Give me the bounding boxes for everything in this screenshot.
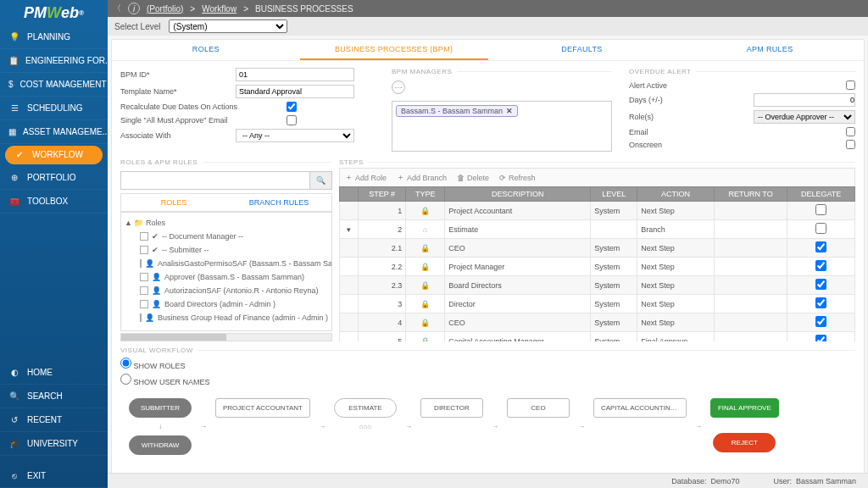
nav-toolbox[interactable]: 🧰TOOLBOX (0, 190, 108, 214)
roles-tree[interactable]: ▲ 📁 Roles ✔ -- Document Manager -- ✔ -- … (120, 212, 332, 331)
table-row[interactable]: 2.1🔒CEOSystemNext Step (340, 239, 855, 258)
table-row[interactable]: 2.3🔒Board DirectorsSystemNext Step (340, 276, 855, 295)
role-item[interactable]: 👤 Board Directors (admin - Admin ) (125, 297, 328, 311)
level-label: Select Level (114, 22, 160, 31)
breadcrumb-workflow[interactable]: Workflow (202, 4, 236, 14)
level-select[interactable]: (System) (169, 19, 287, 33)
subtab-branch-rules[interactable]: BRANCH RULES (226, 194, 331, 211)
nav-university[interactable]: 🎓UNIVERSITY (0, 432, 108, 456)
delegate-checkbox[interactable] (815, 260, 826, 271)
chip-remove-icon[interactable]: ✕ (506, 107, 513, 115)
overdue-active-checkbox[interactable] (846, 80, 855, 90)
tree-scrollbar[interactable] (120, 333, 332, 341)
branch-icon: ⌂⌂⌂ (359, 423, 372, 430)
breadcrumb-sep2: > (243, 4, 248, 14)
refresh-button[interactable]: ⟳ Refresh (499, 174, 536, 182)
overdue-onscreen-label: Onscreen (629, 141, 841, 149)
add-role-button[interactable]: ＋ Add Role (345, 172, 387, 183)
assoc-label: Associate With (120, 131, 231, 140)
show-users-radio[interactable]: SHOW USER NAMES (120, 374, 855, 386)
nav-search[interactable]: 🔍SEARCH (0, 385, 108, 408)
delegate-checkbox[interactable] (815, 335, 826, 341)
recalc-checkbox[interactable] (287, 102, 297, 112)
managers-box[interactable]: Bassam.S - Bassam Samman✕ (392, 101, 612, 152)
overdue-email-checkbox[interactable] (846, 127, 855, 136)
bpm-id-input[interactable] (236, 68, 354, 81)
manager-chip: Bassam.S - Bassam Samman✕ (396, 105, 518, 117)
role-item[interactable]: 👤 Approver (Bassam.S - Bassam Samman) (125, 270, 328, 284)
single-label: Single "All Must Approve" Email (120, 116, 281, 125)
flow-reject[interactable]: REJECT (713, 433, 776, 452)
delegate-checkbox[interactable] (815, 223, 826, 234)
workflow-diagram: SUBMITTER ↓ WITHDRAW → PROJECT ACCOUNTAN… (120, 395, 855, 479)
breadcrumb-current: BUSINESS PROCESSES (255, 4, 353, 14)
table-row[interactable]: ▾2⌂EstimateBranch (340, 220, 855, 239)
delegate-checkbox[interactable] (815, 241, 826, 252)
delete-button[interactable]: 🗑 Delete (457, 174, 489, 182)
tab-business-processes-bpm-[interactable]: BUSINESS PROCESSES (BPM) (300, 40, 488, 60)
breadcrumb-bar: 〈 i (Portfolio) > Workflow > BUSINESS PR… (108, 0, 868, 17)
delegate-checkbox[interactable] (815, 279, 826, 290)
table-row[interactable]: 3🔒DirectorSystemNext Step (340, 295, 855, 313)
table-row[interactable]: 1🔒Project AccountantSystemNext Step (340, 202, 855, 220)
back-icon[interactable]: 〈 (113, 3, 121, 14)
overdue-title: OVERDUE ALERT (629, 68, 855, 75)
managers-more-icon[interactable]: ⋯ (392, 80, 405, 94)
table-row[interactable]: 2.2🔒Project ManagerSystemNext Step (340, 258, 855, 276)
overdue-roles-label: Role(s) (629, 113, 748, 121)
delegate-checkbox[interactable] (815, 297, 826, 308)
table-row[interactable]: 5🔒Capital Accounting ManagerSystemFinal … (340, 332, 855, 342)
roles-search-input[interactable] (121, 172, 309, 189)
breadcrumb-sep: > (190, 4, 195, 14)
nav-portfolio[interactable]: ⊕PORTFOLIO (0, 166, 108, 190)
template-input[interactable] (236, 85, 354, 98)
nav-planning[interactable]: 💡PLANNING (0, 25, 108, 49)
nav-asset-manageme-[interactable]: ▦ASSET MANAGEME... (0, 120, 108, 144)
flow-final[interactable]: FINAL APPROVE (710, 398, 779, 418)
flow-director[interactable]: DIRECTOR (420, 398, 483, 418)
recalc-label: Recalculate Due Dates On Actions (120, 103, 281, 111)
role-item[interactable]: ✔ -- Submitter -- (125, 243, 328, 257)
delegate-checkbox[interactable] (815, 316, 826, 327)
flow-ceo[interactable]: CEO (507, 398, 570, 418)
overdue-days-label: Days (+/-) (629, 96, 748, 104)
steps-table: STEP #TYPEDESCRIPTIONLEVELACTIONRETURN T… (339, 186, 855, 341)
tab-apm-rules[interactable]: APM RULES (676, 40, 864, 60)
nav-recent[interactable]: ↺RECENT (0, 408, 108, 432)
flow-pa[interactable]: PROJECT ACCOUNTANT (215, 398, 310, 418)
info-icon[interactable]: i (128, 3, 140, 14)
breadcrumb-portfolio[interactable]: (Portfolio) (147, 4, 183, 14)
flow-withdraw[interactable]: WITHDRAW (129, 435, 192, 455)
nav-cost-management[interactable]: $COST MANAGEMENT (0, 73, 108, 97)
roles-panel-title: ROLES & APM RULES (120, 158, 332, 166)
search-icon[interactable]: 🔍 (309, 172, 331, 189)
nav-workflow[interactable]: ✔WORKFLOW (5, 146, 103, 164)
overdue-onscreen-checkbox[interactable] (846, 140, 855, 149)
flow-submitter[interactable]: SUBMITTER (129, 398, 192, 418)
single-checkbox[interactable] (287, 115, 297, 125)
tab-roles[interactable]: ROLES (112, 40, 300, 60)
flow-estimate[interactable]: ESTIMATE (334, 398, 397, 418)
add-branch-button[interactable]: ＋ Add Branch (397, 172, 447, 183)
role-item[interactable]: 👤 AutorizacionSAF (Antonio.R - Antonio R… (125, 284, 328, 297)
nav-exit[interactable]: ⎋EXIT (0, 464, 108, 488)
delegate-checkbox[interactable] (815, 204, 826, 215)
show-roles-radio[interactable]: SHOW ROLES (120, 358, 855, 370)
flow-cam[interactable]: CAPITAL ACCOUNTING M... (593, 398, 687, 418)
template-label: Template Name* (120, 87, 231, 96)
tab-defaults[interactable]: DEFAULTS (488, 40, 676, 60)
subtab-roles[interactable]: ROLES (121, 194, 226, 211)
nav-scheduling[interactable]: ☰SCHEDULING (0, 97, 108, 120)
assoc-select[interactable]: -- Any -- (236, 129, 354, 142)
main: 〈 i (Portfolio) > Workflow > BUSINESS PR… (108, 0, 868, 488)
role-item[interactable]: 👤 AnalisisGastoPermisoSAF (Bassam.S - Ba… (125, 257, 328, 270)
overdue-email-label: Email (629, 128, 841, 136)
overdue-days-input[interactable] (754, 93, 855, 107)
role-item[interactable]: 👤 Business Group Head of Finance (admin … (125, 311, 328, 324)
role-item[interactable]: ✔ -- Document Manager -- (125, 230, 328, 243)
table-row[interactable]: 4🔒CEOSystemNext Step (340, 313, 855, 332)
logo: PMWeb® (0, 0, 108, 25)
nav-home[interactable]: ◐HOME (0, 361, 108, 385)
overdue-roles-select[interactable]: -- Overdue Approver -- (754, 110, 855, 124)
nav-engineering-for-[interactable]: 📋ENGINEERING FOR... (0, 49, 108, 73)
